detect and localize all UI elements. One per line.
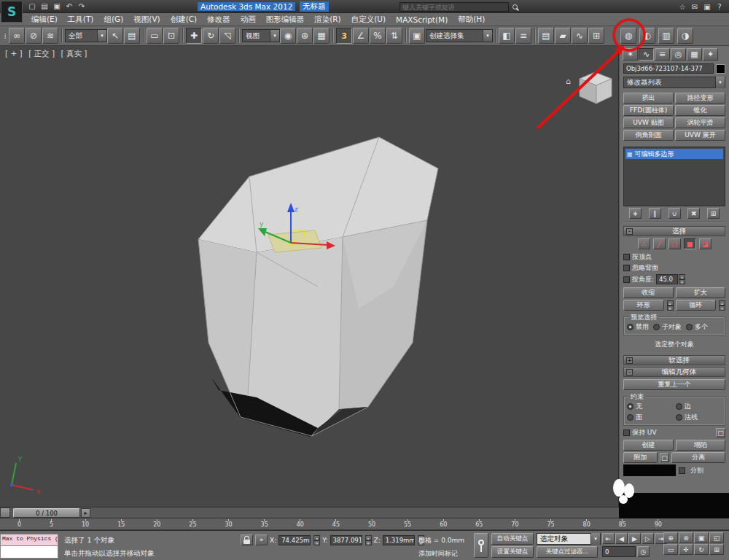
unlink-selection-icon[interactable]: ⊘: [26, 28, 42, 44]
object-color-swatch[interactable]: [716, 64, 725, 74]
listener-macro-line[interactable]: Max to Physics (: [0, 534, 58, 546]
repeat-last-button[interactable]: 重复上一个: [623, 379, 725, 390]
selection-filter-dropdown[interactable]: 全部 ▾: [65, 29, 107, 42]
menu-maxscript[interactable]: MAXScript(M): [391, 15, 453, 24]
stack-item-editable-poly[interactable]: ▦ 可编辑多边形: [625, 149, 723, 159]
modifier-button-bevel-profile[interactable]: 倒角剖面: [623, 130, 674, 141]
spinner-up-icon[interactable]: ▴: [679, 274, 685, 279]
menu-customize[interactable]: 自定义(U): [346, 15, 391, 25]
bind-to-space-warp-icon[interactable]: ≋: [42, 28, 58, 44]
tab-display-icon[interactable]: ▦: [687, 48, 702, 61]
menu-modifiers[interactable]: 修改器: [202, 15, 235, 25]
time-slider-handle[interactable]: 0 / 100: [13, 508, 80, 518]
orbit-icon[interactable]: ↻: [694, 544, 709, 555]
preview-subobject-radio[interactable]: [653, 324, 660, 330]
y-coordinate-field[interactable]: 3877.091n: [330, 535, 362, 545]
preserve-uv-settings-icon[interactable]: □: [716, 428, 725, 438]
set-key-toggle[interactable]: [474, 533, 488, 558]
spinner-down-icon[interactable]: ▾: [667, 306, 674, 311]
play-icon[interactable]: ▶: [628, 533, 641, 544]
set-key-button[interactable]: 设置关键点: [491, 546, 534, 558]
preview-disable-radio[interactable]: [627, 324, 634, 330]
named-selection-sets-dropdown[interactable]: 创建选择集 ▾: [426, 29, 493, 42]
angle-snap-icon[interactable]: ∠: [353, 28, 369, 44]
menu-edit[interactable]: 编辑(E): [26, 15, 63, 25]
constraint-none-radio[interactable]: [627, 403, 634, 410]
attach-button[interactable]: 附加: [623, 452, 658, 463]
menu-group[interactable]: 组(G): [98, 15, 128, 25]
spinner-up-icon[interactable]: ▴: [667, 300, 674, 306]
key-filters-button[interactable]: 关键点过滤器...: [537, 546, 598, 558]
tab-modify-icon[interactable]: ∿: [639, 48, 654, 61]
viewport[interactable]: [ + ] [ 正交 ] [ 真实 ] ⌂: [0, 46, 619, 507]
mirror-icon[interactable]: ◧: [499, 28, 515, 44]
maxscript-mini-listener[interactable]: Max to Physics (: [0, 534, 58, 560]
tab-hierarchy-icon[interactable]: ≡: [655, 48, 670, 61]
redo-icon[interactable]: ↷: [76, 1, 87, 12]
tab-motion-icon[interactable]: ◎: [671, 48, 686, 61]
by-angle-checkbox[interactable]: [623, 276, 630, 283]
select-and-link-icon[interactable]: ∞: [9, 28, 25, 44]
exchange-apps-icon[interactable]: ▣: [701, 1, 713, 12]
undo-icon[interactable]: ↶: [63, 1, 75, 12]
zoom-icon[interactable]: ⊕: [663, 532, 678, 543]
spinner-up-icon[interactable]: ▴: [313, 535, 320, 540]
attach-list-icon[interactable]: □: [660, 453, 669, 462]
configure-modifier-sets-icon[interactable]: ⊞: [707, 208, 720, 219]
pin-stack-icon[interactable]: ∗: [629, 208, 642, 219]
spinner-up-icon[interactable]: ▴: [365, 535, 372, 540]
modifier-button-uvw-map[interactable]: UVW 贴图: [623, 117, 674, 128]
modifier-stack[interactable]: ▦ 可编辑多边形: [623, 147, 725, 206]
constraint-edge-radio[interactable]: [676, 403, 682, 410]
modifier-button-unwrap-uvw[interactable]: UVW 展开: [675, 130, 725, 141]
select-and-move-icon[interactable]: ✚: [186, 28, 202, 44]
rollout-edit-geometry-header[interactable]: - 编辑几何体: [623, 367, 725, 377]
subobject-border-icon[interactable]: ▢: [668, 238, 681, 249]
loop-spinner[interactable]: ▴ ▾: [719, 300, 725, 311]
viewport-canvas[interactable]: ⌂: [0, 46, 619, 507]
go-to-start-icon[interactable]: ⇤: [602, 533, 615, 544]
key-mode-dropdown[interactable]: 选定对象 ▾: [537, 533, 601, 545]
maximize-viewport-toggle[interactable]: ⊞: [709, 544, 724, 555]
layer-manager-icon[interactable]: ▤: [538, 28, 554, 44]
ring-button[interactable]: 环形: [623, 300, 664, 311]
spinner-down-icon[interactable]: ▾: [679, 279, 685, 284]
menu-animation[interactable]: 动画: [235, 15, 261, 25]
spinner-down-icon[interactable]: ▾: [719, 306, 725, 311]
snap-toggle-icon[interactable]: 3: [336, 28, 352, 44]
selection-region-icon[interactable]: ▭: [147, 28, 163, 44]
current-frame-field[interactable]: 0: [602, 546, 636, 557]
rendered-frame-window-icon[interactable]: ▥: [658, 28, 674, 44]
time-slider[interactable]: 0 / 100 ▸: [0, 507, 619, 518]
constraint-normal-radio[interactable]: [676, 414, 682, 421]
select-and-rotate-icon[interactable]: ↻: [203, 28, 219, 44]
zoom-all-icon[interactable]: ⊛: [679, 532, 693, 543]
edit-named-selection-sets-icon[interactable]: ▣: [409, 28, 425, 44]
ignore-backfacing-checkbox[interactable]: [623, 265, 630, 271]
angle-value-field[interactable]: 45.0: [656, 274, 678, 284]
search-icon[interactable]: [509, 1, 521, 12]
modifier-button-taper[interactable]: 锥化: [675, 105, 725, 116]
preview-multi-radio[interactable]: [686, 324, 693, 330]
app-logo[interactable]: S: [1, 1, 23, 23]
menu-rendering[interactable]: 渲染(R): [309, 15, 346, 25]
select-by-name-icon[interactable]: ▤: [124, 28, 140, 44]
track-bar[interactable]: 0 5 10 15 20 25 30 35 40 45 50 55 60 65 …: [0, 518, 729, 530]
subobject-element-icon[interactable]: ◪: [699, 238, 712, 249]
modifier-button-pathdeform[interactable]: 路径变形: [675, 93, 725, 104]
material-editor-icon[interactable]: ◍: [620, 28, 636, 44]
expand-icon[interactable]: +: [626, 357, 633, 364]
reference-coordinate-dropdown[interactable]: 视图 ▾: [242, 29, 280, 42]
next-frame-arrow-icon[interactable]: ▸: [81, 508, 90, 518]
loop-button[interactable]: 循环: [676, 300, 717, 311]
collapse-icon[interactable]: -: [626, 369, 633, 376]
tab-utilities-icon[interactable]: ✦: [703, 48, 718, 61]
constraint-face-radio[interactable]: [627, 414, 634, 421]
shrink-button[interactable]: 收缩: [623, 287, 674, 298]
spinner-down-icon[interactable]: ▾: [365, 540, 372, 545]
use-pivot-center-icon[interactable]: ◉: [280, 28, 296, 44]
collapse-button[interactable]: 塌陷: [676, 440, 726, 451]
modifier-list-dropdown[interactable]: 修改器列表 ▾: [623, 77, 725, 88]
subobject-vertex-icon[interactable]: ∴: [638, 238, 650, 249]
window-crossing-icon[interactable]: ⊡: [163, 28, 179, 44]
